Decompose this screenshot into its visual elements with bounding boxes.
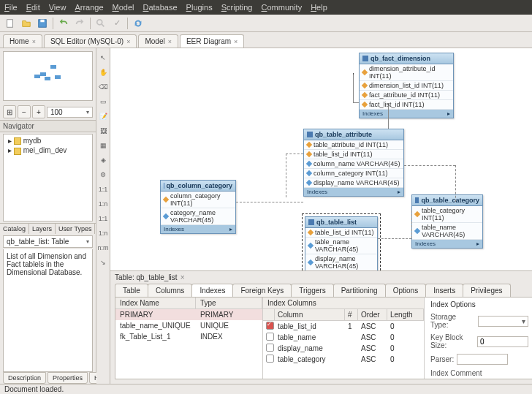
erase-tool-icon[interactable]: ⌫ [96,80,110,94]
zoom-out-icon[interactable]: − [18,105,31,118]
rel-1-n-icon[interactable]: 1:n [96,197,110,211]
storage-type-select[interactable] [478,316,528,327]
col-header-order: Order [358,309,387,320]
menu-scripting[interactable]: Scripting [221,3,253,12]
parser-label: Parser: [430,355,454,363]
entity-qb_table_list[interactable]: qb_table_listtable_list_id INT(11)table_… [305,216,378,270]
menu-arrange[interactable]: Arrange [75,3,103,12]
close-icon[interactable]: × [32,38,36,45]
index-columns-label: Index Columns [263,298,424,309]
prop-tab-inserts[interactable]: Inserts [425,284,463,297]
menu-help[interactable]: Help [311,3,327,12]
key-block-size-input[interactable] [477,336,528,347]
hand-tool-icon[interactable]: ✋ [96,66,110,79]
layer-tool-icon[interactable]: ▭ [96,95,110,108]
note-tool-icon[interactable]: 📝 [96,110,110,123]
table-tool-icon[interactable]: ▦ [96,139,110,152]
menu-community[interactable]: Community [262,3,303,12]
tab-model[interactable]: Model× [138,34,178,48]
routine-tool-icon[interactable]: ⚙ [96,168,110,181]
menu-edit[interactable]: Edit [26,3,40,12]
close-icon[interactable]: × [126,38,130,45]
prop-tab-indexes[interactable]: Indexes [191,284,233,297]
close-icon[interactable]: × [234,38,238,45]
navigator-label: Navigator [0,120,96,132]
prop-tab-options[interactable]: Options [385,284,426,297]
prop-tab-partitioning[interactable]: Partitioning [333,284,386,297]
image-tool-icon[interactable]: 🖼 [96,124,110,137]
index-options: Index Options Storage Type: Key Block Si… [425,298,532,379]
navigator-thumbnail[interactable] [3,51,93,101]
checkbox[interactable] [266,333,274,341]
rel-n-m-icon[interactable]: n:m [96,241,110,254]
redo-icon[interactable] [72,16,87,31]
zoom-value[interactable]: 100▾ [47,107,93,118]
prop-tab-table[interactable]: Table [115,284,148,297]
index-comment-label: Index Comment [430,369,528,377]
sidebar-tab-layers[interactable]: Layers [29,224,56,234]
bottom-tab-properties[interactable]: Properties [48,372,88,384]
validate-icon[interactable]: ✓ [110,16,124,31]
svg-rect-0 [7,19,13,27]
rel-1-1-icon[interactable]: 1:1 [96,183,110,196]
pointer-tool-icon[interactable]: ↖ [96,51,110,64]
index-row[interactable]: fk_Table_List_1INDEX [115,331,262,342]
entity-qb_table_attribute[interactable]: qb_table_attributetable_attribute_id INT… [303,129,404,197]
save-icon[interactable] [35,16,50,31]
index-row[interactable]: table_name_UNIQUEUNIQUE [115,320,262,331]
tree-item[interactable]: ▸ mei_dim_dev [4,145,92,155]
index-column-row[interactable]: table_list_id1ASC0 [263,321,424,332]
menu-file[interactable]: File [4,3,18,12]
close-icon[interactable]: × [180,273,185,281]
main-toolbar: ✓ [0,15,532,32]
bottom-tab-description[interactable]: Description [3,372,46,384]
tab-eer-diagram[interactable]: EER Diagram× [180,34,244,48]
menu-plugins[interactable]: Plugins [186,3,213,12]
rel-1-n-id-icon[interactable]: 1:n [96,227,110,240]
zoom-in-icon[interactable]: + [32,105,45,118]
index-list[interactable]: Index NameType PRIMARYPRIMARYtable_name_… [115,298,263,379]
checkbox[interactable] [266,355,274,363]
prop-tab-privileges[interactable]: Privileges [463,284,510,297]
entity-qb_fact_dimension[interactable]: qb_fact_dimensiondimension_attribute_id … [359,53,454,118]
prop-tab-triggers[interactable]: Triggers [291,284,333,297]
eer-canvas[interactable]: qb_fact_dimensiondimension_attribute_id … [110,48,532,270]
document-tabs: Home×SQL Editor (MySQL-0)×Model×EER Diag… [0,32,532,48]
index-column-row[interactable]: display_nameASC0 [263,343,424,354]
find-icon[interactable] [94,16,108,31]
new-icon[interactable] [3,16,18,31]
menu-database[interactable]: Database [142,3,177,12]
prop-tab-foreign-keys[interactable]: Foreign Keys [232,284,292,297]
checkbox[interactable] [266,344,274,352]
key-block-size-label: Key Block Size: [430,333,474,349]
parser-input[interactable] [457,354,508,365]
tree-item[interactable]: ▸ mydb [4,136,92,145]
tab-home[interactable]: Home× [3,34,42,48]
index-column-row[interactable]: table_nameASC0 [263,332,424,343]
col-header-n: # [345,309,358,320]
rel-1-1-id-icon[interactable]: 1:1 [96,212,110,225]
open-icon[interactable] [19,16,34,31]
rel-existing-icon[interactable]: ↘ [96,256,110,269]
diagram-tools: ↖ ✋ ⌫ ▭ 📝 🖼 ▦ ◈ ⚙ 1:1 1:n 1:1 1:n n:m ↘ [96,48,110,384]
sync-icon[interactable] [131,16,145,31]
zoom-fit-icon[interactable]: ⊞ [3,105,16,118]
svg-rect-2 [40,19,44,22]
menu-model[interactable]: Model [113,3,134,12]
sidebar-tab-user-types[interactable]: User Types [56,224,95,234]
prop-tab-columns[interactable]: Columns [148,284,192,297]
tab-sql-editor-mysql-0-[interactable]: SQL Editor (MySQL-0)× [44,34,137,48]
schema-tree[interactable]: ▸ mydb▸ mei_dim_dev [3,134,93,221]
entity-qb_table_category[interactable]: qb_table_categorytable_category INT(11)t… [411,194,483,249]
checkbox[interactable] [266,322,274,330]
description-header: qb_table_list: Table▾ [3,235,93,248]
index-row[interactable]: PRIMARYPRIMARY [115,309,262,320]
description-body: List of all Dimension and Fact tablels i… [3,249,93,372]
view-tool-icon[interactable]: ◈ [96,154,110,167]
sidebar-tab-catalog[interactable]: Catalog [0,224,29,234]
index-column-row[interactable]: table_categoryASC0 [263,354,424,365]
undo-icon[interactable] [56,16,71,31]
entity-qb_column_category[interactable]: qb_column_categorycolumn_category INT(11… [160,180,236,234]
close-icon[interactable]: × [168,38,172,45]
menu-view[interactable]: View [49,3,66,12]
